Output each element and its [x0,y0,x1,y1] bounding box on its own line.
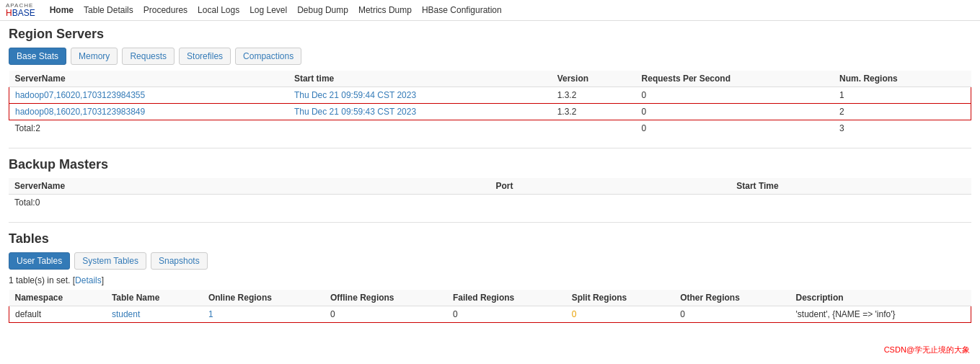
tables-title: Tables [9,231,971,247]
tab-requests[interactable]: Requests [122,48,175,65]
nav-local-logs[interactable]: Local Logs [198,5,239,15]
server-name-link[interactable]: hadoop07,16020,1703123984355 [15,90,145,100]
t-col-split: Split Regions [566,290,675,306]
server-name-cell: hadoop07,16020,1703123984355 [9,87,288,104]
col-server-name: ServerName [9,71,288,87]
tables-tabs: User Tables System Tables Snapshots [9,252,971,270]
region-servers-table: ServerName Start time Version Requests P… [9,71,971,136]
bm-col-server: ServerName [9,178,490,195]
tab-memory[interactable]: Memory [71,48,118,65]
start-time-link[interactable]: Thu Dec 21 09:59:43 CST 2023 [294,107,416,117]
tab-base-stats[interactable]: Base Stats [9,48,66,65]
tables-details-link[interactable]: Details [75,275,102,285]
region-servers-section: Region Servers Base Stats Memory Request… [9,27,971,136]
nav-hbase-config[interactable]: HBase Configuration [422,5,502,15]
nav-home[interactable]: Home [50,5,74,15]
online-cell-link[interactable]: 1 [208,309,213,319]
t-col-other: Other Regions [674,290,790,306]
col-start-time: Start time [288,71,552,87]
version-cell: 1.3.2 [552,104,636,120]
table-row: hadoop08,16020,1703123983849Thu Dec 21 0… [9,104,971,120]
tab-storefiles[interactable]: Storefiles [179,48,231,65]
start-time-link[interactable]: Thu Dec 21 09:59:44 CST 2023 [294,90,416,100]
nav-debug-dump[interactable]: Debug Dump [297,5,348,15]
split-cell-link[interactable]: 0 [572,309,577,319]
hbase-text: HBASE [6,9,35,17]
t-col-table-name: Table Name [106,290,203,306]
total-label: Total:2 [9,120,288,137]
t-col-desc: Description [790,290,971,306]
start-time-cell: Thu Dec 21 09:59:43 CST 2023 [288,104,552,120]
nav-links: Home Table Details Procedures Local Logs… [50,5,502,15]
backup-masters-title: Backup Masters [9,157,971,172]
tables-count: 1 table(s) in set. [9,275,70,285]
rps-cell: 0 [636,104,834,120]
total-regions: 3 [834,120,971,137]
t-col-online: Online Regions [203,290,325,306]
t-col-offline: Offline Regions [325,290,447,306]
split-cell: 0 [566,306,675,323]
table-name-cell-link[interactable]: student [112,309,140,319]
rps-cell: 0 [636,87,834,104]
bm-col-port: Port [490,178,731,195]
total-row: Total:203 [9,120,971,137]
t-col-failed: Failed Regions [447,290,566,306]
region-servers-tabs: Base Stats Memory Requests Storefiles Co… [9,48,971,65]
nav-log-level[interactable]: Log Level [250,5,287,15]
backup-masters-section: Backup Masters ServerName Port Start Tim… [9,157,971,210]
divider-1 [9,148,971,148]
tab-compactions[interactable]: Compactions [235,48,301,65]
col-version: Version [552,71,636,87]
start-time-cell: Thu Dec 21 09:59:44 CST 2023 [288,87,552,104]
nav-table-details[interactable]: Table Details [84,5,133,15]
num-regions-cell: 1 [834,87,971,104]
bm-total-row: Total:0 [9,195,971,211]
logo: APACHE HBASE [6,3,35,17]
num-regions-cell: 2 [834,104,971,120]
tables-table: Namespace Table Name Online Regions Offl… [9,290,971,323]
bm-total: Total:0 [9,195,971,211]
nav-metrics-dump[interactable]: Metrics Dump [358,5,412,15]
bm-col-start: Start Time [730,178,971,195]
main-content: Region Servers Base Stats Memory Request… [0,21,980,340]
offline-cell: 0 [325,306,447,323]
col-rps: Requests Per Second [636,71,834,87]
backup-masters-table: ServerName Port Start Time Total:0 [9,178,971,210]
total-start [288,120,552,137]
table-row: hadoop07,16020,1703123984355Thu Dec 21 0… [9,87,971,104]
divider-2 [9,222,971,223]
server-name-cell: hadoop08,16020,1703123983849 [9,104,288,120]
desc-cell: 'student', {NAME => 'info'} [790,306,971,323]
nav-procedures[interactable]: Procedures [144,5,187,15]
tab-snapshots[interactable]: Snapshots [151,252,208,270]
hbase-logo: APACHE HBASE [6,3,35,17]
top-navigation: APACHE HBASE Home Table Details Procedur… [0,0,980,21]
tab-system-tables[interactable]: System Tables [74,252,146,270]
t-col-namespace: Namespace [9,290,106,306]
table-name-cell: student [106,306,203,323]
col-num-regions: Num. Regions [834,71,971,87]
region-servers-title: Region Servers [9,27,971,42]
failed-cell: 0 [447,306,566,323]
ns-cell: default [9,306,106,323]
total-ver [552,120,636,137]
tables-section: Tables User Tables System Tables Snapsho… [9,231,971,323]
tables-info: 1 table(s) in set. [Details] [9,275,971,285]
server-name-link[interactable]: hadoop08,16020,1703123983849 [15,107,145,117]
version-cell: 1.3.2 [552,87,636,104]
other-cell: 0 [674,306,790,323]
online-cell: 1 [203,306,325,323]
tab-user-tables[interactable]: User Tables [9,252,70,270]
table-row: defaultstudent10000'student', {NAME => '… [9,306,971,323]
total-rps: 0 [636,120,834,137]
